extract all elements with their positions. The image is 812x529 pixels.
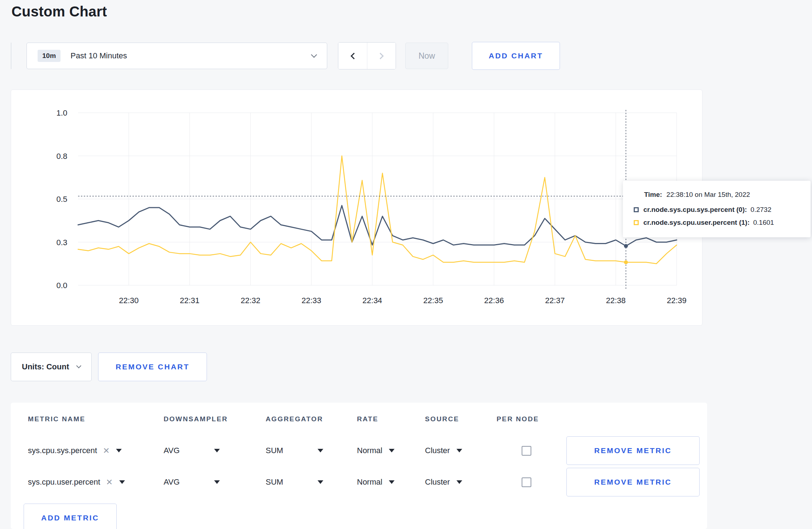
aggregator-value: SUM (266, 446, 283, 455)
source-select[interactable]: Cluster (421, 477, 492, 487)
metrics-table: METRIC NAME DOWNSAMPLER AGGREGATOR RATE … (11, 403, 707, 529)
tooltip-swatch (634, 207, 639, 212)
metric-name-select[interactable]: sys.cpu.sys.percent ✕ (24, 446, 159, 455)
remove-metric-button[interactable]: REMOVE METRIC (566, 468, 700, 496)
actions-cell: REMOVE METRIC (562, 436, 707, 465)
actions-cell: REMOVE METRIC (562, 468, 707, 496)
caret-down-icon (214, 480, 220, 484)
time-prev-button[interactable] (338, 43, 367, 69)
caret-down-icon (116, 449, 122, 452)
add-metric-button[interactable]: ADD METRIC (24, 504, 117, 529)
tooltip-series-row: cr.node.sys.cpu.sys.percent (0): 0.2732 (634, 206, 800, 214)
downsampler-value: AVG (164, 446, 180, 455)
units-label: Units: Count (22, 362, 69, 372)
x-tick-label: 22:30 (119, 296, 139, 305)
per-node-cell (492, 446, 562, 456)
x-tick-label: 22:33 (301, 296, 321, 305)
caret-down-icon (318, 449, 323, 452)
time-range-label: Past 10 Minutes (71, 51, 127, 60)
metrics-table-header: METRIC NAME DOWNSAMPLER AGGREGATOR RATE … (24, 412, 707, 426)
header-source: SOURCE (421, 415, 492, 423)
x-tick-label: 22:31 (180, 296, 199, 305)
toolbar-divider (11, 43, 11, 69)
time-nav-group (338, 42, 396, 69)
caret-down-icon (214, 449, 220, 452)
x-tick-label: 22:36 (484, 296, 504, 305)
tooltip-time-label: Time: (644, 191, 662, 198)
x-tick-label: 22:37 (545, 296, 565, 305)
remove-chart-button[interactable]: REMOVE CHART (98, 353, 207, 381)
tooltip-time-row: Time:22:38:10 on Mar 15th, 2022 (634, 191, 800, 199)
caret-down-icon (389, 449, 395, 452)
x-tick-label: 22:32 (241, 296, 260, 305)
x-tick-label: 22:39 (667, 296, 686, 305)
chart-card: 1.00.80.50.30.022:3022:3122:3222:3322:34… (11, 89, 702, 326)
table-row: sys.cpu.sys.percent ✕ AVG SUM Normal Clu… (24, 435, 707, 466)
metric-name-value: sys.cpu.user.percent (28, 477, 100, 487)
tooltip-time-value: 22:38:10 on Mar 15th, 2022 (666, 191, 750, 198)
custom-chart-page: Custom Chart 10m Past 10 Minutes Now ADD… (0, 0, 812, 529)
caret-down-icon (456, 449, 462, 452)
downsampler-value: AVG (164, 477, 180, 487)
clear-metric-icon[interactable]: ✕ (106, 478, 113, 486)
add-chart-button[interactable]: ADD CHART (472, 42, 560, 70)
metric-name-select[interactable]: sys.cpu.user.percent ✕ (24, 477, 159, 487)
time-range-badge: 10m (38, 50, 61, 62)
rate-select[interactable]: Normal (353, 446, 421, 455)
page-title: Custom Chart (11, 4, 107, 20)
rate-value: Normal (357, 477, 382, 487)
chevron-right-icon (377, 53, 383, 59)
downsampler-select[interactable]: AVG (159, 477, 261, 487)
tooltip-series-value: 0.1601 (753, 219, 774, 227)
rate-value: Normal (357, 446, 382, 455)
now-button[interactable]: Now (405, 43, 448, 69)
chevron-down-icon (311, 52, 317, 58)
chevron-down-icon (76, 363, 81, 368)
rate-select[interactable]: Normal (353, 477, 421, 487)
downsampler-select[interactable]: AVG (159, 446, 261, 455)
header-aggregator: AGGREGATOR (261, 415, 353, 423)
toolbar: 10m Past 10 Minutes Now ADD CHART (11, 42, 560, 69)
source-select[interactable]: Cluster (421, 446, 492, 455)
hover-point (624, 244, 628, 248)
tooltip-swatch (634, 220, 639, 225)
y-tick-label: 0.3 (56, 238, 67, 247)
aggregator-select[interactable]: SUM (261, 446, 353, 455)
clear-metric-icon[interactable]: ✕ (103, 447, 110, 455)
y-tick-label: 1.0 (56, 108, 67, 117)
per-node-cell (492, 477, 562, 487)
per-node-checkbox[interactable] (522, 477, 531, 487)
tooltip-series-name: cr.node.sys.cpu.sys.percent (0): (643, 206, 747, 214)
x-tick-label: 22:38 (606, 296, 625, 305)
tooltip-series-name: cr.node.sys.cpu.user.percent (1): (643, 219, 750, 227)
y-tick-label: 0.0 (56, 281, 67, 290)
chart-footer: Units: Count REMOVE CHART (11, 353, 207, 381)
source-value: Cluster (425, 477, 450, 487)
chevron-left-icon (351, 53, 357, 59)
aggregator-select[interactable]: SUM (261, 477, 353, 487)
aggregator-value: SUM (266, 477, 283, 487)
units-dropdown[interactable]: Units: Count (11, 353, 92, 381)
y-tick-label: 0.5 (56, 195, 67, 204)
x-tick-label: 22:34 (362, 296, 382, 305)
time-next-button[interactable] (367, 43, 396, 69)
header-metric-name: METRIC NAME (24, 415, 159, 423)
chart-svg[interactable]: 1.00.80.50.30.022:3022:3122:3222:3322:34… (15, 92, 696, 323)
header-per-node: PER NODE (492, 415, 562, 423)
hover-point (624, 260, 628, 264)
table-row: sys.cpu.user.percent ✕ AVG SUM Normal Cl… (24, 466, 707, 498)
tooltip-series-row: cr.node.sys.cpu.user.percent (1): 0.1601 (634, 219, 800, 227)
chart-tooltip: Time:22:38:10 on Mar 15th, 2022 cr.node.… (623, 181, 811, 237)
header-downsampler: DOWNSAMPLER (159, 415, 261, 423)
source-value: Cluster (425, 446, 450, 455)
time-range-dropdown[interactable]: 10m Past 10 Minutes (26, 43, 327, 69)
caret-down-icon (456, 480, 462, 484)
tooltip-series-value: 0.2732 (750, 206, 771, 214)
caret-down-icon (389, 480, 395, 484)
x-tick-label: 22:35 (423, 296, 443, 305)
series-line (78, 156, 677, 264)
per-node-checkbox[interactable] (522, 446, 531, 456)
header-rate: RATE (353, 415, 421, 423)
y-tick-label: 0.8 (56, 152, 67, 161)
remove-metric-button[interactable]: REMOVE METRIC (566, 436, 700, 465)
